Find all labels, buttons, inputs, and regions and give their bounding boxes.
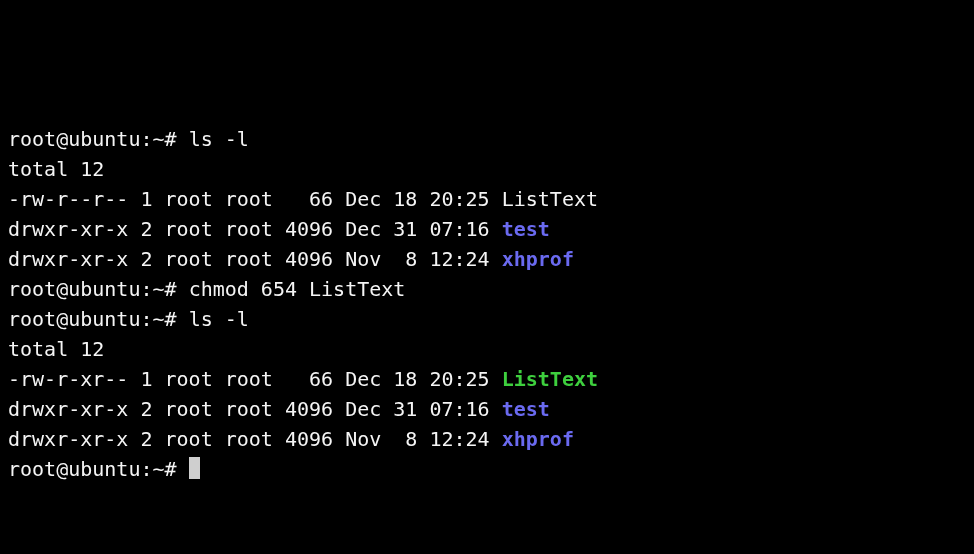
ls-row-name: ListText: [502, 367, 598, 391]
terminal-output[interactable]: root@ubuntu:~# ls -ltotal 12-rw-r--r-- 1…: [8, 124, 966, 484]
terminal-line: root@ubuntu:~# ls -l: [8, 124, 966, 154]
terminal-line: root@ubuntu:~#: [8, 454, 966, 484]
ls-row-meta: drwxr-xr-x 2 root root 4096 Dec 31 07:16: [8, 397, 502, 421]
terminal-line: drwxr-xr-x 2 root root 4096 Dec 31 07:16…: [8, 394, 966, 424]
ls-row-meta: -rw-r-xr-- 1 root root 66 Dec 18 20:25: [8, 367, 502, 391]
shell-prompt: root@ubuntu:~#: [8, 457, 189, 481]
ls-row-name: xhprof: [502, 247, 574, 271]
terminal-line: drwxr-xr-x 2 root root 4096 Nov 8 12:24 …: [8, 244, 966, 274]
terminal-line: total 12: [8, 154, 966, 184]
terminal-line: total 12: [8, 334, 966, 364]
shell-command: ls -l: [189, 127, 249, 151]
ls-row-name: xhprof: [502, 427, 574, 451]
ls-total: total 12: [8, 337, 104, 361]
terminal-line: -rw-r-xr-- 1 root root 66 Dec 18 20:25 L…: [8, 364, 966, 394]
shell-command: ls -l: [189, 307, 249, 331]
ls-row-name: ListText: [502, 187, 598, 211]
shell-prompt: root@ubuntu:~#: [8, 307, 189, 331]
ls-row-meta: drwxr-xr-x 2 root root 4096 Nov 8 12:24: [8, 427, 502, 451]
terminal-line: drwxr-xr-x 2 root root 4096 Nov 8 12:24 …: [8, 424, 966, 454]
cursor[interactable]: [189, 457, 200, 479]
terminal-line: root@ubuntu:~# ls -l: [8, 304, 966, 334]
ls-row-name: test: [502, 217, 550, 241]
shell-prompt: root@ubuntu:~#: [8, 277, 189, 301]
shell-command: chmod 654 ListText: [189, 277, 406, 301]
ls-row-meta: -rw-r--r-- 1 root root 66 Dec 18 20:25: [8, 187, 502, 211]
ls-row-name: test: [502, 397, 550, 421]
shell-prompt: root@ubuntu:~#: [8, 127, 189, 151]
terminal-line: drwxr-xr-x 2 root root 4096 Dec 31 07:16…: [8, 214, 966, 244]
ls-row-meta: drwxr-xr-x 2 root root 4096 Nov 8 12:24: [8, 247, 502, 271]
terminal-line: -rw-r--r-- 1 root root 66 Dec 18 20:25 L…: [8, 184, 966, 214]
ls-row-meta: drwxr-xr-x 2 root root 4096 Dec 31 07:16: [8, 217, 502, 241]
terminal-line: root@ubuntu:~# chmod 654 ListText: [8, 274, 966, 304]
ls-total: total 12: [8, 157, 104, 181]
